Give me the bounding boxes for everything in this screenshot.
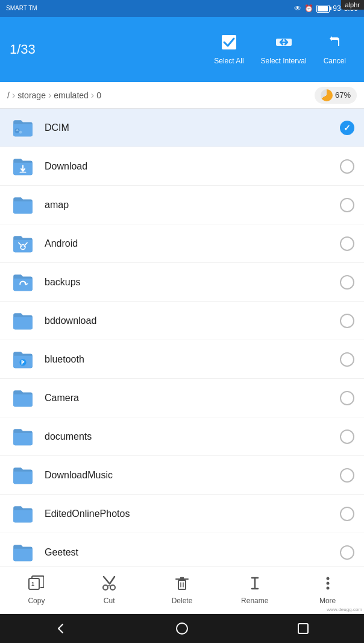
watermark: www.deugg.com: [325, 606, 364, 613]
breadcrumb-emulated: emulated: [54, 90, 89, 100]
svg-rect-12: [178, 580, 186, 589]
selection-radio[interactable]: [340, 507, 354, 521]
list-item[interactable]: amap: [0, 186, 364, 224]
list-item[interactable]: backups: [0, 263, 364, 302]
selection-radio[interactable]: [340, 352, 354, 367]
cancel-icon: [326, 34, 343, 53]
top-bar-actions: Select All Select Interval Cancel: [206, 29, 354, 70]
breadcrumb-storage: storage: [17, 90, 46, 100]
folder-icon: [10, 230, 36, 257]
file-name: amap: [45, 200, 340, 211]
list-item[interactable]: Android: [0, 224, 364, 263]
cancel-label: Cancel: [324, 57, 346, 65]
selection-radio[interactable]: [340, 159, 354, 174]
battery-percent: 93: [333, 4, 340, 13]
folder-icon: [10, 192, 36, 218]
svg-point-16: [177, 623, 187, 634]
file-name: backups: [45, 277, 340, 288]
delete-label: Delete: [172, 597, 193, 605]
delete-button[interactable]: Delete: [146, 566, 219, 614]
file-name: bddownload: [45, 315, 340, 326]
cut-button[interactable]: Cut: [73, 566, 146, 614]
delete-icon: [174, 575, 190, 594]
svg-point-5: [21, 245, 22, 247]
folder-icon: [10, 153, 36, 180]
rename-button[interactable]: Rename: [218, 566, 291, 614]
list-item[interactable]: Geetest: [0, 533, 364, 566]
select-interval-icon: [275, 34, 292, 53]
breadcrumb-bar: / › storage › emulated › 0 67%: [0, 82, 364, 109]
list-item[interactable]: DCIM: [0, 109, 364, 147]
select-all-label: Select All: [214, 57, 243, 65]
copy-icon: 1: [28, 575, 44, 594]
top-bar: 1/33 Select All Select Interval: [0, 17, 364, 82]
selection-radio[interactable]: [340, 314, 354, 328]
home-button[interactable]: [169, 615, 195, 642]
breadcrumb-0: 0: [96, 90, 101, 100]
folder-icon: [10, 269, 36, 296]
more-icon: [320, 575, 336, 594]
select-interval-button[interactable]: Select Interval: [253, 29, 315, 70]
file-name: EditedOnlinePhotos: [45, 508, 340, 519]
list-item[interactable]: EditedOnlinePhotos: [0, 495, 364, 533]
selection-radio[interactable]: [340, 429, 354, 444]
list-item[interactable]: documents: [0, 417, 364, 456]
nav-bar: [0, 614, 364, 643]
breadcrumb-sep1: ›: [12, 90, 15, 101]
alphr-badge: alphr: [341, 0, 364, 10]
storage-badge: 67%: [315, 87, 357, 104]
back-button[interactable]: [48, 615, 74, 642]
svg-point-15: [326, 587, 329, 590]
folder-icon: [10, 501, 36, 527]
alarm-icon: ⏰: [304, 4, 313, 13]
file-name: documents: [45, 431, 340, 442]
selection-count: 1/33: [10, 42, 206, 57]
selection-radio[interactable]: [340, 121, 354, 135]
svg-point-11: [110, 585, 115, 590]
breadcrumb-sep2: ›: [48, 90, 51, 101]
file-name: Download: [45, 161, 340, 172]
selection-radio[interactable]: [340, 198, 354, 212]
file-name: DCIM: [45, 122, 340, 133]
copy-button[interactable]: 1 Copy: [0, 566, 73, 614]
selection-radio[interactable]: [340, 391, 354, 405]
svg-point-13: [326, 577, 329, 580]
svg-point-6: [24, 245, 25, 247]
file-name: Android: [45, 238, 340, 249]
breadcrumb-root: /: [7, 90, 10, 100]
breadcrumb-path: / › storage › emulated › 0: [7, 90, 315, 101]
list-item[interactable]: bddownload: [0, 302, 364, 340]
eye-icon: 👁: [294, 4, 301, 13]
file-list: DCIM Download amap: [0, 109, 364, 566]
selection-radio[interactable]: [340, 545, 354, 560]
status-bar: SMART TM 👁 ⏰ 93 8:50: [0, 0, 364, 17]
selection-radio[interactable]: [340, 275, 354, 290]
more-label: More: [319, 597, 336, 605]
file-name: Camera: [45, 393, 340, 404]
folder-icon: [10, 462, 36, 489]
recents-button[interactable]: [290, 615, 316, 642]
selection-radio[interactable]: [340, 236, 354, 251]
file-name: Geetest: [45, 547, 340, 558]
rename-icon: [247, 575, 263, 594]
folder-icon: [10, 423, 36, 450]
storage-percent: 67%: [335, 90, 351, 100]
folder-icon: [10, 115, 36, 141]
select-interval-label: Select Interval: [261, 57, 307, 65]
pie-chart-icon: [321, 89, 333, 101]
file-name: bluetooth: [45, 354, 340, 365]
folder-icon: [10, 385, 36, 411]
bottom-toolbar: 1 Copy Cut Delete: [0, 566, 364, 614]
carrier-text: SMART TM: [6, 5, 37, 12]
cut-icon: [101, 575, 117, 594]
cancel-button[interactable]: Cancel: [315, 29, 354, 70]
file-name: DownloadMusic: [45, 470, 340, 481]
list-item[interactable]: bluetooth: [0, 340, 364, 379]
select-all-button[interactable]: Select All: [206, 29, 252, 70]
list-item[interactable]: DownloadMusic: [0, 456, 364, 495]
list-item[interactable]: Camera: [0, 379, 364, 417]
list-item[interactable]: Download: [0, 147, 364, 186]
selection-radio[interactable]: [340, 468, 354, 483]
copy-label: Copy: [28, 597, 45, 605]
folder-icon: [10, 346, 36, 373]
